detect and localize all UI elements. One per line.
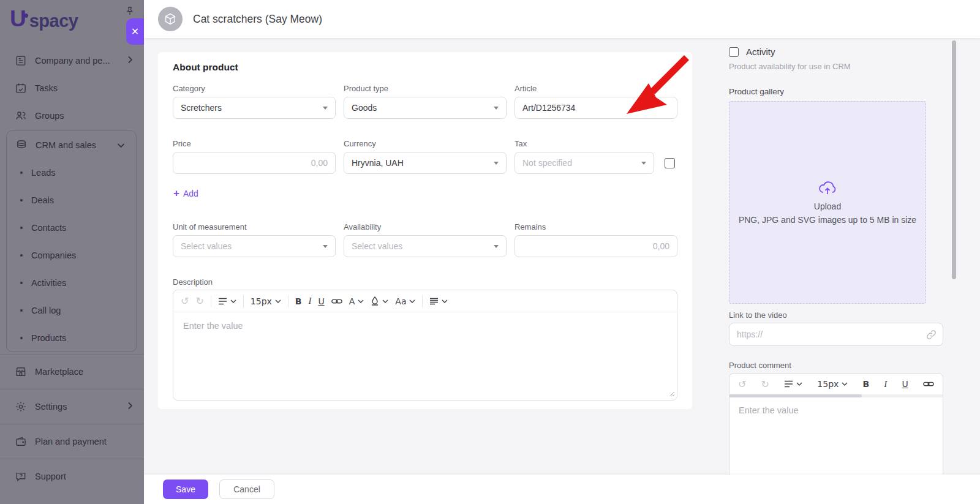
tax-select[interactable]: Not specified (514, 152, 654, 174)
align-button[interactable] (784, 380, 802, 388)
italic-icon: I (884, 379, 887, 389)
gallery-upload-dropzone[interactable]: Upload PNG, JPG and SVG images up to 5 M… (729, 101, 926, 304)
redo-button[interactable]: ↻ (195, 295, 203, 307)
bold-button[interactable]: B (863, 379, 870, 389)
comment-toolbar: ↺ ↻ 15px B I U (729, 374, 943, 394)
italic-button[interactable]: I (308, 296, 311, 306)
description-label: Description (173, 277, 213, 287)
chevron-down-icon (442, 299, 448, 303)
close-icon: ✕ (131, 26, 139, 37)
comment-placeholder: Enter the value (739, 405, 799, 415)
product-comment-label: Product comment (729, 361, 791, 370)
text-style-icon: Aa (395, 296, 406, 306)
toolbar-divider (288, 295, 288, 307)
availability-select[interactable]: Select values (344, 235, 507, 257)
video-link-input[interactable] (729, 323, 943, 346)
description-editor[interactable]: ↺ ↻ 15px B I U (173, 290, 677, 401)
font-size-button[interactable]: 15px (817, 379, 848, 389)
chevron-down-icon (358, 299, 364, 303)
save-button[interactable]: Save (163, 480, 208, 499)
description-textarea[interactable]: Enter the value (173, 312, 677, 401)
cancel-button[interactable]: Cancel (219, 480, 274, 499)
section-title: About product (173, 62, 238, 73)
dropdown-arrow-icon (494, 245, 499, 248)
redo-icon: ↻ (195, 295, 203, 307)
currency-select[interactable]: Hryvnia, UAH (344, 152, 507, 174)
availability-label: Availability (344, 222, 507, 231)
comment-editor[interactable]: ↺ ↻ 15px B I U Enter the value (729, 373, 943, 484)
undo-icon: ↺ (738, 378, 746, 390)
category-select[interactable]: Scretchers (173, 97, 336, 119)
category-label: Category (173, 84, 336, 93)
toolbar-divider (211, 295, 211, 307)
add-price-button[interactable]: + Add (173, 188, 198, 198)
list-icon (429, 298, 439, 305)
unit-placeholder: Select values (181, 241, 232, 251)
dropdown-arrow-icon (494, 162, 499, 165)
list-button[interactable] (429, 298, 448, 305)
upload-label: Upload (814, 201, 841, 211)
bold-icon: B (295, 296, 302, 306)
product-avatar (158, 7, 183, 31)
close-button[interactable]: ✕ (126, 18, 144, 45)
unit-select[interactable]: Select values (173, 235, 336, 257)
currency-value: Hryvnia, UAH (352, 158, 404, 168)
unit-label: Unit of measurement (173, 222, 336, 231)
vertical-scrollbar[interactable] (952, 40, 956, 279)
activity-label: Activity (746, 47, 775, 57)
product-gallery-label: Product gallery (729, 87, 784, 96)
underline-button[interactable]: U (902, 379, 908, 389)
chevron-down-icon (409, 299, 415, 303)
italic-button[interactable]: I (884, 379, 887, 389)
link-button[interactable] (923, 380, 934, 388)
underline-icon: U (902, 379, 908, 389)
plus-icon: + (173, 188, 179, 198)
dropdown-arrow-icon (494, 107, 499, 110)
font-size-value: 15px (817, 379, 839, 389)
product-modal: ✕ Cat scratchers (Say Meow) About produc… (144, 0, 980, 504)
comment-textarea[interactable]: Enter the value (729, 397, 943, 484)
dropdown-arrow-icon (641, 162, 646, 165)
video-link-field (729, 323, 943, 346)
description-placeholder: Enter the value (183, 321, 243, 331)
sidebar: U spacy Company and pe... Tasks Groups C… (0, 0, 144, 504)
remains-input[interactable] (514, 235, 677, 257)
modal-dim-overlay (0, 0, 144, 504)
align-button[interactable] (218, 298, 236, 305)
product-type-label: Product type (344, 84, 507, 93)
chevron-down-icon (275, 299, 281, 303)
italic-icon: I (308, 296, 311, 306)
undo-button[interactable]: ↺ (738, 378, 746, 390)
product-type-select[interactable]: Goods (344, 97, 507, 119)
underline-icon: U (318, 296, 324, 306)
resize-handle[interactable] (669, 389, 675, 399)
tax-label: Tax (514, 139, 677, 148)
chevron-down-icon (382, 299, 388, 303)
font-size-button[interactable]: 15px (251, 296, 281, 306)
package-icon (164, 12, 177, 26)
article-input[interactable] (514, 97, 677, 119)
font-size-value: 15px (251, 296, 272, 306)
redo-button[interactable]: ↻ (761, 378, 769, 390)
bold-icon: B (863, 379, 870, 389)
modal-header: Cat scratchers (Say Meow) (144, 0, 980, 38)
chevron-down-icon (230, 299, 236, 303)
chevron-down-icon (842, 382, 848, 386)
description-toolbar: ↺ ↻ 15px B I U (173, 290, 677, 312)
chevron-down-icon (796, 382, 802, 386)
activity-checkbox[interactable] (729, 47, 739, 57)
activity-hint: Product availability for use in CRM (729, 62, 851, 71)
redo-icon: ↻ (761, 378, 769, 390)
tax-checkbox[interactable] (665, 158, 675, 168)
link-button[interactable] (331, 298, 342, 305)
tax-placeholder: Not specified (522, 158, 572, 168)
price-input[interactable] (173, 152, 336, 174)
underline-button[interactable]: U (318, 296, 324, 306)
bold-button[interactable]: B (295, 296, 302, 306)
undo-button[interactable]: ↺ (181, 295, 189, 307)
link-icon (923, 380, 934, 388)
add-label: Add (183, 189, 198, 198)
text-style-button[interactable]: Aa (395, 296, 415, 306)
highlight-button[interactable] (371, 296, 388, 306)
text-color-button[interactable]: A (349, 296, 364, 306)
